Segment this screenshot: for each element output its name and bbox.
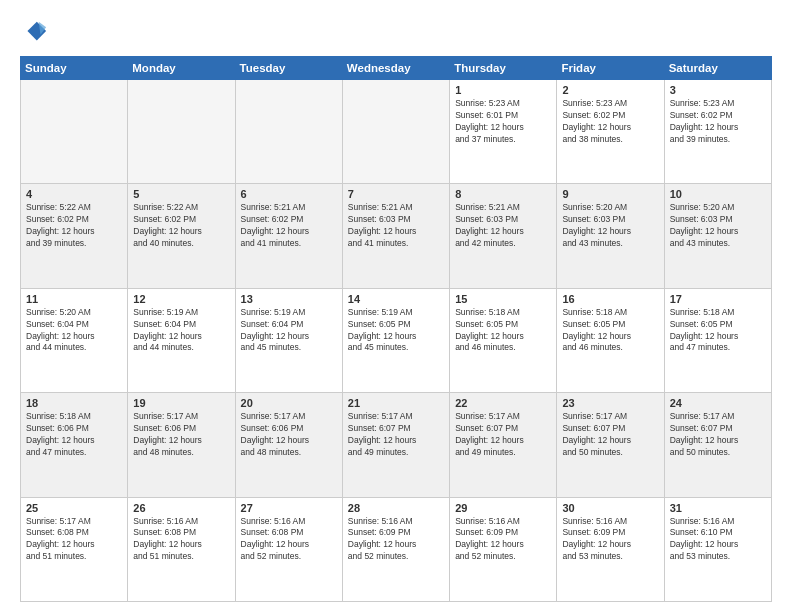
calendar-cell: 31Sunrise: 5:16 AM Sunset: 6:10 PM Dayli… [664, 497, 771, 601]
day-number: 25 [26, 502, 122, 514]
calendar-cell: 16Sunrise: 5:18 AM Sunset: 6:05 PM Dayli… [557, 288, 664, 392]
day-info: Sunrise: 5:22 AM Sunset: 6:02 PM Dayligh… [133, 202, 229, 250]
calendar-week-row: 11Sunrise: 5:20 AM Sunset: 6:04 PM Dayli… [21, 288, 772, 392]
day-number: 8 [455, 188, 551, 200]
day-number: 20 [241, 397, 337, 409]
day-info: Sunrise: 5:17 AM Sunset: 6:06 PM Dayligh… [133, 411, 229, 459]
day-info: Sunrise: 5:16 AM Sunset: 6:10 PM Dayligh… [670, 516, 766, 564]
day-info: Sunrise: 5:19 AM Sunset: 6:05 PM Dayligh… [348, 307, 444, 355]
day-info: Sunrise: 5:18 AM Sunset: 6:05 PM Dayligh… [670, 307, 766, 355]
calendar-cell: 8Sunrise: 5:21 AM Sunset: 6:03 PM Daylig… [450, 184, 557, 288]
calendar-cell: 12Sunrise: 5:19 AM Sunset: 6:04 PM Dayli… [128, 288, 235, 392]
day-info: Sunrise: 5:16 AM Sunset: 6:09 PM Dayligh… [562, 516, 658, 564]
day-number: 28 [348, 502, 444, 514]
day-number: 3 [670, 84, 766, 96]
calendar-cell: 10Sunrise: 5:20 AM Sunset: 6:03 PM Dayli… [664, 184, 771, 288]
day-number: 29 [455, 502, 551, 514]
day-number: 9 [562, 188, 658, 200]
day-info: Sunrise: 5:17 AM Sunset: 6:07 PM Dayligh… [455, 411, 551, 459]
day-info: Sunrise: 5:16 AM Sunset: 6:09 PM Dayligh… [455, 516, 551, 564]
calendar-week-row: 1Sunrise: 5:23 AM Sunset: 6:01 PM Daylig… [21, 80, 772, 184]
calendar-cell [235, 80, 342, 184]
calendar-cell: 28Sunrise: 5:16 AM Sunset: 6:09 PM Dayli… [342, 497, 449, 601]
calendar-cell: 4Sunrise: 5:22 AM Sunset: 6:02 PM Daylig… [21, 184, 128, 288]
calendar-cell: 6Sunrise: 5:21 AM Sunset: 6:02 PM Daylig… [235, 184, 342, 288]
calendar-header-row: SundayMondayTuesdayWednesdayThursdayFrid… [21, 57, 772, 80]
calendar-cell: 15Sunrise: 5:18 AM Sunset: 6:05 PM Dayli… [450, 288, 557, 392]
day-info: Sunrise: 5:20 AM Sunset: 6:04 PM Dayligh… [26, 307, 122, 355]
day-number: 17 [670, 293, 766, 305]
calendar-cell: 11Sunrise: 5:20 AM Sunset: 6:04 PM Dayli… [21, 288, 128, 392]
day-info: Sunrise: 5:19 AM Sunset: 6:04 PM Dayligh… [241, 307, 337, 355]
day-number: 19 [133, 397, 229, 409]
day-number: 6 [241, 188, 337, 200]
day-info: Sunrise: 5:16 AM Sunset: 6:09 PM Dayligh… [348, 516, 444, 564]
calendar-cell: 26Sunrise: 5:16 AM Sunset: 6:08 PM Dayli… [128, 497, 235, 601]
calendar-cell: 7Sunrise: 5:21 AM Sunset: 6:03 PM Daylig… [342, 184, 449, 288]
col-header-thursday: Thursday [450, 57, 557, 80]
col-header-tuesday: Tuesday [235, 57, 342, 80]
calendar-cell: 21Sunrise: 5:17 AM Sunset: 6:07 PM Dayli… [342, 393, 449, 497]
day-number: 7 [348, 188, 444, 200]
day-number: 11 [26, 293, 122, 305]
day-number: 31 [670, 502, 766, 514]
day-number: 1 [455, 84, 551, 96]
col-header-wednesday: Wednesday [342, 57, 449, 80]
calendar-week-row: 4Sunrise: 5:22 AM Sunset: 6:02 PM Daylig… [21, 184, 772, 288]
calendar-cell: 24Sunrise: 5:17 AM Sunset: 6:07 PM Dayli… [664, 393, 771, 497]
day-info: Sunrise: 5:17 AM Sunset: 6:08 PM Dayligh… [26, 516, 122, 564]
day-number: 2 [562, 84, 658, 96]
day-info: Sunrise: 5:18 AM Sunset: 6:06 PM Dayligh… [26, 411, 122, 459]
calendar-week-row: 18Sunrise: 5:18 AM Sunset: 6:06 PM Dayli… [21, 393, 772, 497]
day-number: 10 [670, 188, 766, 200]
day-number: 16 [562, 293, 658, 305]
calendar-cell: 14Sunrise: 5:19 AM Sunset: 6:05 PM Dayli… [342, 288, 449, 392]
day-info: Sunrise: 5:16 AM Sunset: 6:08 PM Dayligh… [241, 516, 337, 564]
day-info: Sunrise: 5:19 AM Sunset: 6:04 PM Dayligh… [133, 307, 229, 355]
calendar-cell: 17Sunrise: 5:18 AM Sunset: 6:05 PM Dayli… [664, 288, 771, 392]
day-number: 13 [241, 293, 337, 305]
day-info: Sunrise: 5:20 AM Sunset: 6:03 PM Dayligh… [670, 202, 766, 250]
day-number: 27 [241, 502, 337, 514]
day-number: 15 [455, 293, 551, 305]
day-info: Sunrise: 5:17 AM Sunset: 6:06 PM Dayligh… [241, 411, 337, 459]
calendar-cell: 3Sunrise: 5:23 AM Sunset: 6:02 PM Daylig… [664, 80, 771, 184]
day-info: Sunrise: 5:22 AM Sunset: 6:02 PM Dayligh… [26, 202, 122, 250]
day-info: Sunrise: 5:18 AM Sunset: 6:05 PM Dayligh… [562, 307, 658, 355]
calendar-cell: 5Sunrise: 5:22 AM Sunset: 6:02 PM Daylig… [128, 184, 235, 288]
calendar-cell: 22Sunrise: 5:17 AM Sunset: 6:07 PM Dayli… [450, 393, 557, 497]
calendar-cell: 18Sunrise: 5:18 AM Sunset: 6:06 PM Dayli… [21, 393, 128, 497]
day-number: 5 [133, 188, 229, 200]
calendar-cell: 1Sunrise: 5:23 AM Sunset: 6:01 PM Daylig… [450, 80, 557, 184]
day-number: 24 [670, 397, 766, 409]
calendar-cell: 9Sunrise: 5:20 AM Sunset: 6:03 PM Daylig… [557, 184, 664, 288]
day-info: Sunrise: 5:21 AM Sunset: 6:03 PM Dayligh… [455, 202, 551, 250]
calendar-cell: 25Sunrise: 5:17 AM Sunset: 6:08 PM Dayli… [21, 497, 128, 601]
day-info: Sunrise: 5:20 AM Sunset: 6:03 PM Dayligh… [562, 202, 658, 250]
calendar-cell: 23Sunrise: 5:17 AM Sunset: 6:07 PM Dayli… [557, 393, 664, 497]
day-number: 22 [455, 397, 551, 409]
calendar-cell: 2Sunrise: 5:23 AM Sunset: 6:02 PM Daylig… [557, 80, 664, 184]
calendar-cell: 27Sunrise: 5:16 AM Sunset: 6:08 PM Dayli… [235, 497, 342, 601]
day-info: Sunrise: 5:21 AM Sunset: 6:02 PM Dayligh… [241, 202, 337, 250]
day-number: 18 [26, 397, 122, 409]
calendar-table: SundayMondayTuesdayWednesdayThursdayFrid… [20, 56, 772, 602]
day-number: 12 [133, 293, 229, 305]
col-header-monday: Monday [128, 57, 235, 80]
day-number: 26 [133, 502, 229, 514]
day-info: Sunrise: 5:16 AM Sunset: 6:08 PM Dayligh… [133, 516, 229, 564]
logo-icon [20, 18, 48, 46]
calendar-cell [342, 80, 449, 184]
day-number: 30 [562, 502, 658, 514]
col-header-saturday: Saturday [664, 57, 771, 80]
calendar-cell: 13Sunrise: 5:19 AM Sunset: 6:04 PM Dayli… [235, 288, 342, 392]
day-number: 21 [348, 397, 444, 409]
day-info: Sunrise: 5:18 AM Sunset: 6:05 PM Dayligh… [455, 307, 551, 355]
day-info: Sunrise: 5:23 AM Sunset: 6:02 PM Dayligh… [562, 98, 658, 146]
day-info: Sunrise: 5:23 AM Sunset: 6:01 PM Dayligh… [455, 98, 551, 146]
header [20, 18, 772, 46]
calendar-cell: 20Sunrise: 5:17 AM Sunset: 6:06 PM Dayli… [235, 393, 342, 497]
day-info: Sunrise: 5:17 AM Sunset: 6:07 PM Dayligh… [562, 411, 658, 459]
calendar-week-row: 25Sunrise: 5:17 AM Sunset: 6:08 PM Dayli… [21, 497, 772, 601]
day-info: Sunrise: 5:23 AM Sunset: 6:02 PM Dayligh… [670, 98, 766, 146]
